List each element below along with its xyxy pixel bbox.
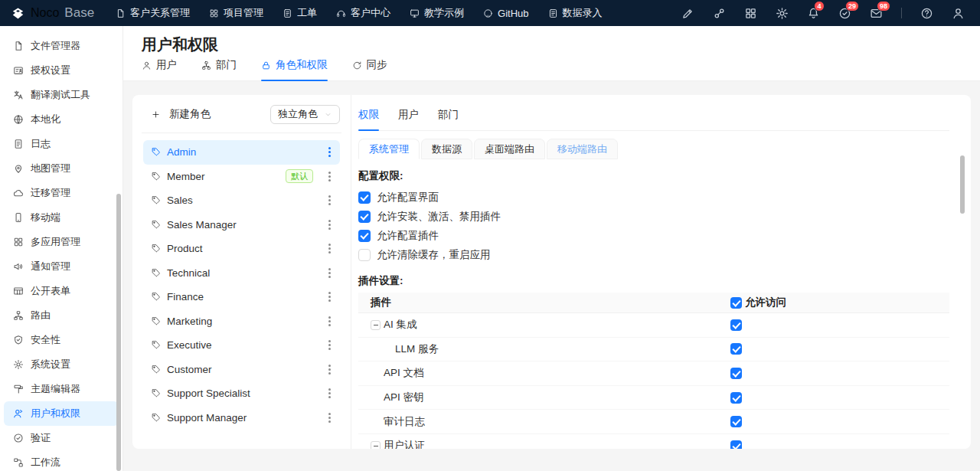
topbar-menu-github[interactable]: GitHub [483,8,528,19]
sidebar-item-license-settings[interactable]: 授权设置 [4,58,119,83]
role-more-menu[interactable] [328,344,331,346]
sidebar-item-theme-editor[interactable]: 主题编辑器 [4,377,119,401]
sidebar-item-public-forms[interactable]: 公开表单 [4,279,119,303]
sidebar-item-security[interactable]: 安全性 [4,328,119,352]
role-more-menu[interactable] [328,320,331,322]
role-item-customer[interactable]: Customer [143,358,340,382]
nocobase-logo[interactable]: NocoBase [11,5,94,21]
plugin-access-checkbox[interactable] [730,416,742,427]
sidebar-item-system-settings[interactable]: 系统设置 [4,352,119,377]
role-more-menu[interactable] [328,296,331,298]
user-menu-button[interactable] [952,7,965,20]
sidebar-item-translation-tool[interactable]: 翻译测试工具 [4,83,119,107]
collapse-icon[interactable] [371,320,381,330]
messages-button[interactable]: 98 [870,7,883,20]
role-more-menu[interactable] [328,392,331,394]
sidebar-item-label: 路由 [31,309,51,322]
sidebar-item-users-permissions[interactable]: 用户和权限 [4,401,119,426]
role-more-menu[interactable] [328,417,331,419]
topbar-menu-projects[interactable]: 项目管理 [209,6,263,20]
detail-panel-scrollbar[interactable] [960,155,965,214]
role-name: Finance [167,291,318,303]
new-role-button[interactable]: 新建角色 [143,107,211,121]
page-title: 用户和权限 [142,34,962,54]
detail-tab-permissions[interactable]: 权限 [358,103,379,130]
async-tasks-button[interactable]: 29 [838,7,851,20]
notifications-button[interactable]: 4 [807,7,820,20]
role-item-member[interactable]: Member默认 [143,165,340,189]
role-item-product[interactable]: Product [143,237,340,261]
topbar-menu-tutorials[interactable]: 教学示例 [410,6,464,20]
topbar-menu-crm[interactable]: 客户关系管理 [116,6,190,20]
detail-tab-users[interactable]: 用户 [398,103,419,130]
role-item-marketing[interactable]: Marketing [143,309,340,334]
plugin-access-checkbox[interactable] [730,319,742,331]
tag-icon [151,172,161,182]
sidebar-item-localization[interactable]: 本地化 [4,107,119,132]
role-item-technical[interactable]: Technical [143,261,340,286]
role-item-admin[interactable]: Admin [143,140,340,165]
plugin-access-checkbox[interactable] [730,343,742,355]
sidebar-item-notification-manager[interactable]: 通知管理 [4,254,119,279]
api-button[interactable] [713,7,726,20]
sidebar-item-variables-secrets[interactable]: 变量和密钥 [4,26,119,34]
role-more-menu[interactable] [328,368,331,371]
role-more-menu[interactable] [328,199,331,201]
tab-roles-permissions[interactable]: 角色和权限 [261,58,328,80]
role-more-menu[interactable] [328,224,331,226]
sidebar-scrollbar[interactable] [116,194,121,471]
subtab-system-management[interactable]: 系统管理 [358,139,420,159]
role-more-menu[interactable] [328,175,331,178]
sidebar-item-map-manager[interactable]: 地图管理 [4,156,119,181]
sidebar-item-verification[interactable]: 验证 [4,426,119,450]
detail-tab-departments[interactable]: 部门 [438,103,459,130]
checkbox-allow-config-plugins[interactable] [358,230,371,242]
role-item-support-manager[interactable]: Support Manager [143,406,340,430]
checkbox-allow-clear-cache[interactable] [358,249,371,261]
collapse-icon[interactable] [371,441,381,449]
role-more-menu[interactable] [328,151,331,153]
role-more-menu[interactable] [328,272,331,274]
plugin-access-checkbox[interactable] [730,392,742,404]
allow-access-all-checkbox[interactable] [730,297,742,309]
topbar-menu-tickets[interactable]: 工单 [283,6,317,20]
sidebar-item-routes[interactable]: 路由 [4,303,119,328]
settings-button[interactable] [776,7,789,20]
sidebar-item-logs[interactable]: 日志 [4,132,119,156]
sidebar-item-workflow[interactable]: 工作流 [4,450,119,471]
topbar-menu-label: 工单 [297,6,317,20]
grid-icon [209,8,219,18]
role-item-sales[interactable]: Sales [143,188,340,213]
sidebar-item-file-manager[interactable]: 文件管理器 [4,34,119,58]
topbar-menu-customer-center[interactable]: 客户中心 [336,6,390,20]
plugin-column-header: 插件 [358,296,726,309]
checkbox-allow-config-ui[interactable] [358,191,371,204]
role-item-executive[interactable]: Executive [143,333,340,358]
sidebar-item-mobile[interactable]: 移动端 [4,205,119,230]
apps-button[interactable] [744,7,757,20]
roles-list-header: 新建角色 独立角色 [143,104,340,124]
topbar-menu-label: 数据录入 [563,6,603,20]
subtab-data-sources[interactable]: 数据源 [421,139,472,159]
role-name: Product [167,243,318,254]
plugin-access-checkbox[interactable] [730,440,742,449]
role-item-finance[interactable]: Finance [143,285,340,309]
tab-sync[interactable]: 同步 [352,58,387,80]
megaphone-icon [13,261,24,272]
highlighter-button[interactable] [681,7,694,20]
tab-departments[interactable]: 部门 [201,58,237,80]
plugin-access-checkbox[interactable] [730,368,742,379]
subtab-mobile-routes[interactable]: 移动端路由 [547,139,618,159]
sidebar-item-multi-app-manager[interactable]: 多应用管理 [4,230,119,254]
help-button[interactable] [920,7,933,20]
role-item-support-specialist[interactable]: Support Specialist [143,381,340,406]
role-item-sales-manager[interactable]: Sales Manager [143,213,340,237]
sidebar-item-migration-manager[interactable]: 迁移管理 [4,181,119,205]
subtab-desktop-routes[interactable]: 桌面端路由 [474,139,545,159]
checkbox-allow-install-plugins[interactable] [358,211,371,223]
topbar-menu-data-entry[interactable]: 数据录入 [548,6,603,20]
role-more-menu[interactable] [328,247,331,250]
tab-users[interactable]: 用户 [142,58,177,80]
role-type-select[interactable]: 独立角色 [270,105,340,124]
apps-grid-icon [744,7,757,20]
